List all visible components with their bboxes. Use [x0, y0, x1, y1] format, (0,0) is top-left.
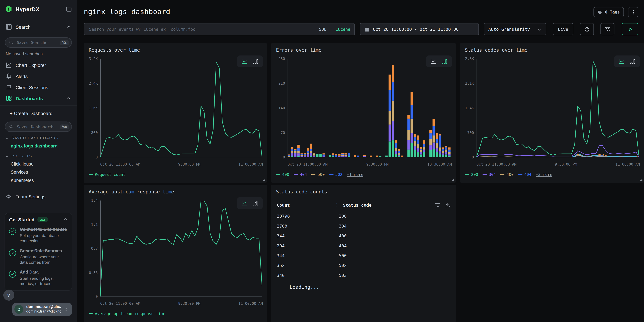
- table-cell: 23798: [277, 211, 335, 221]
- legend-item[interactable]: 200: [465, 172, 478, 177]
- sidebar-item-dashboards[interactable]: Dashboards: [0, 93, 77, 106]
- table-row[interactable]: 2708304: [277, 221, 450, 231]
- legend-item[interactable]: Request count: [89, 172, 125, 177]
- saved-dashboards-input[interactable]: ⌘K: [5, 122, 72, 132]
- user-name: dominic.tran@clic...: [26, 305, 61, 310]
- legend-label: Average upstream response time: [95, 311, 166, 316]
- column-resize-handle[interactable]: ⋮: [335, 203, 339, 207]
- saved-dashboards-header[interactable]: SAVED DASHBOARDS: [0, 132, 77, 142]
- panel-resize-handle[interactable]: [263, 179, 266, 181]
- table-row[interactable]: 23798200: [277, 211, 450, 221]
- sidebar-item-kubernetes[interactable]: Kubernetes: [0, 176, 77, 184]
- get-started-step-add-data[interactable]: Add Data Start sending logs, metrics, or…: [9, 270, 68, 286]
- get-started-step-connect[interactable]: Connect to ClickHouse Set up your databa…: [9, 227, 68, 244]
- sql-toggle[interactable]: SQL: [319, 27, 326, 32]
- download-icon[interactable]: [444, 202, 450, 208]
- tag-icon: [598, 10, 602, 14]
- step-title: Add Data: [20, 270, 68, 275]
- legend-item[interactable]: 400: [276, 172, 289, 177]
- presets-header-label: PRESETS: [12, 154, 32, 158]
- legend-item[interactable]: 404: [518, 172, 531, 177]
- legend-item[interactable]: 304: [483, 172, 496, 177]
- column-header-count[interactable]: Count: [277, 202, 335, 207]
- legend-item[interactable]: 400: [500, 172, 514, 177]
- date-range-picker[interactable]: Oct 20 11:00:00 - Oct 21 11:00:00: [360, 23, 479, 35]
- chevron-up-icon[interactable]: [66, 96, 71, 101]
- sidebar-item-nginx-dashboard[interactable]: nginx logs dashboard: [0, 142, 77, 150]
- chevron-up-icon[interactable]: [63, 217, 68, 222]
- chart-plot[interactable]: [476, 59, 639, 157]
- sidebar-item-clickhouse[interactable]: ClickHouse: [0, 160, 77, 168]
- chevron-up-icon[interactable]: [66, 25, 71, 29]
- tags-button[interactable]: 0 Tags: [594, 7, 624, 17]
- hyperdx-logo-icon: [5, 6, 12, 13]
- column-header-status-code[interactable]: Status code: [339, 202, 434, 207]
- sidebar-item-alerts[interactable]: Alerts: [0, 70, 77, 82]
- legend-label: 502: [335, 172, 342, 177]
- chart-plot[interactable]: [100, 59, 262, 157]
- filter-edit-icon: [605, 26, 610, 32]
- sidebar-item-search[interactable]: Search: [0, 20, 77, 34]
- wrap-lines-icon[interactable]: [434, 202, 440, 208]
- chart-plot[interactable]: [288, 59, 451, 157]
- table-row[interactable]: 344400: [277, 231, 450, 240]
- gear-icon: [6, 194, 12, 200]
- y-tick-label: 800: [91, 130, 98, 135]
- saved-searches-input[interactable]: ⌘K: [5, 37, 72, 48]
- help-button[interactable]: ?: [3, 290, 14, 301]
- legend-label: Request count: [95, 172, 126, 177]
- saved-dashboards-field[interactable]: [16, 124, 58, 130]
- panel-resize-handle[interactable]: [452, 179, 454, 181]
- table-row[interactable]: 294404: [277, 241, 450, 250]
- refresh-button[interactable]: [580, 23, 594, 35]
- table-row[interactable]: 344500: [277, 250, 450, 260]
- x-tick-label: 11:00:00 AM: [238, 162, 263, 166]
- sidebar-item-team-settings[interactable]: Team Settings: [0, 191, 77, 202]
- x-tick-label: 11:00:00 AM: [616, 162, 640, 166]
- run-query-button[interactable]: [622, 23, 638, 35]
- sidebar-item-client-sessions[interactable]: Client Sessions: [0, 82, 77, 93]
- chart-plot[interactable]: [100, 200, 262, 296]
- sidebar-item-chart-explorer[interactable]: Chart Explorer: [0, 60, 77, 71]
- x-tick-label: 10:30:00 AM: [427, 162, 452, 166]
- collapse-sidebar-icon[interactable]: [66, 6, 72, 12]
- legend-item[interactable]: Average upstream response time: [89, 311, 166, 316]
- table-cell: 502: [335, 260, 450, 270]
- event-search-field[interactable]: [88, 26, 316, 32]
- x-axis-labels: Oct 20 11:00:00 AM9:30:00 PM11:00:00 AM: [100, 302, 263, 306]
- create-dashboard-label: + Create Dashboard: [6, 111, 71, 116]
- user-menu[interactable]: D dominic.tran@clic... dominic.tran@clic…: [12, 303, 72, 316]
- sidebar-item-services[interactable]: Services: [0, 168, 77, 176]
- legend-more-link[interactable]: +1 more: [347, 172, 364, 177]
- kbd-shortcut: ⌘K: [60, 40, 69, 45]
- legend-item[interactable]: 502: [329, 172, 342, 177]
- create-dashboard-button[interactable]: + Create Dashboard: [0, 108, 77, 118]
- presets-header[interactable]: PRESETS: [0, 150, 77, 160]
- y-tick-label: 210: [278, 81, 285, 85]
- event-search-input[interactable]: SQL | Lucene: [84, 23, 355, 35]
- check-circle-icon: [9, 271, 16, 278]
- saved-searches-field[interactable]: [16, 40, 58, 45]
- panel-resize-handle[interactable]: [640, 179, 642, 181]
- legend-more-link[interactable]: +3 more: [536, 172, 552, 177]
- legend-item[interactable]: 500: [312, 172, 325, 177]
- live-button[interactable]: Live: [553, 23, 574, 35]
- legend-label: 400: [506, 172, 514, 177]
- granularity-select[interactable]: Auto Granularity: [484, 23, 546, 35]
- legend-dash: [500, 174, 504, 175]
- table-row[interactable]: 340503: [277, 270, 450, 280]
- chart-legend: Request count: [89, 172, 125, 177]
- legend-item[interactable]: 404: [294, 172, 307, 177]
- sidebar-item-label: Alerts: [16, 74, 71, 78]
- get-started-step-sources[interactable]: Create Data Sources Configure where your…: [9, 248, 68, 265]
- lucene-toggle[interactable]: Lucene: [336, 27, 350, 32]
- table-cell: 344: [277, 250, 335, 260]
- bell-icon: [6, 73, 12, 79]
- dashboard-menu-button[interactable]: [628, 7, 638, 17]
- x-tick-label: 9:30:00 PM: [178, 302, 200, 306]
- table-row[interactable]: 352502: [277, 260, 450, 270]
- y-axis-labels: 1.41.10.70.350: [88, 200, 99, 296]
- y-tick-label: 1.4: [91, 198, 98, 202]
- filter-button[interactable]: [600, 23, 614, 35]
- legend-dash: [312, 174, 316, 175]
